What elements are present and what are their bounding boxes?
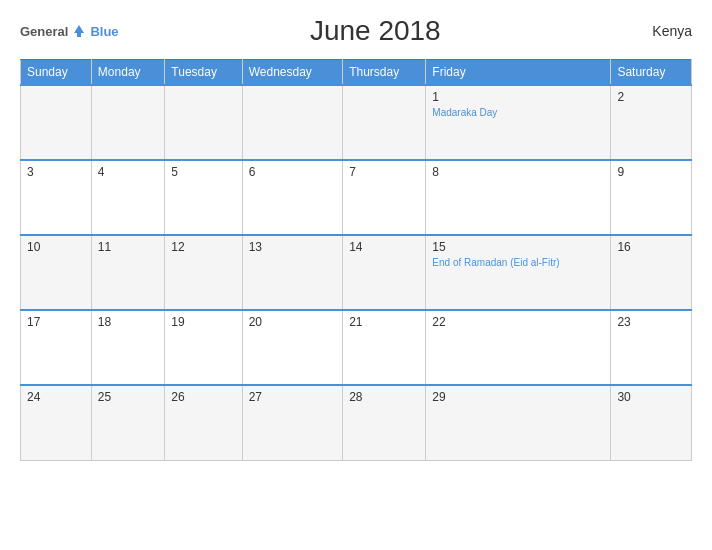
day-number: 28 [349,390,419,404]
calendar-cell: 4 [91,160,165,235]
calendar-cell: 11 [91,235,165,310]
day-number: 6 [249,165,336,179]
svg-rect-1 [77,33,81,37]
day-number: 27 [249,390,336,404]
calendar-cell: 9 [611,160,692,235]
calendar-cell: 2 [611,85,692,160]
day-number: 2 [617,90,685,104]
calendar-cell: 6 [242,160,342,235]
calendar-cell: 16 [611,235,692,310]
calendar-cell [21,85,92,160]
calendar-cell: 5 [165,160,242,235]
day-number: 7 [349,165,419,179]
calendar-week-5: 24252627282930 [21,385,692,460]
day-number: 15 [432,240,604,254]
day-number: 20 [249,315,336,329]
weekday-header-tuesday: Tuesday [165,60,242,86]
day-number: 3 [27,165,85,179]
day-number: 8 [432,165,604,179]
day-number: 9 [617,165,685,179]
weekday-header-saturday: Saturday [611,60,692,86]
page: General Blue June 2018 Kenya SundayMonda… [0,0,712,550]
calendar-cell: 8 [426,160,611,235]
day-number: 30 [617,390,685,404]
calendar-cell: 15End of Ramadan (Eid al-Fitr) [426,235,611,310]
calendar-cell [165,85,242,160]
calendar-cell: 22 [426,310,611,385]
day-number: 29 [432,390,604,404]
day-number: 1 [432,90,604,104]
day-number: 13 [249,240,336,254]
calendar-cell: 7 [343,160,426,235]
day-number: 14 [349,240,419,254]
weekday-header-row: SundayMondayTuesdayWednesdayThursdayFrid… [21,60,692,86]
day-number: 18 [98,315,159,329]
weekday-header-sunday: Sunday [21,60,92,86]
calendar-body: 1Madaraka Day23456789101112131415End of … [21,85,692,460]
day-number: 21 [349,315,419,329]
holiday-label: End of Ramadan (Eid al-Fitr) [432,256,604,269]
calendar-cell [343,85,426,160]
calendar-cell: 24 [21,385,92,460]
svg-marker-0 [74,25,84,33]
calendar-cell: 3 [21,160,92,235]
day-number: 22 [432,315,604,329]
calendar-cell: 27 [242,385,342,460]
calendar-week-4: 17181920212223 [21,310,692,385]
logo-general: General [20,24,68,39]
day-number: 19 [171,315,235,329]
calendar-week-1: 1Madaraka Day2 [21,85,692,160]
calendar-cell [242,85,342,160]
weekday-header-thursday: Thursday [343,60,426,86]
calendar-cell: 21 [343,310,426,385]
calendar-header: SundayMondayTuesdayWednesdayThursdayFrid… [21,60,692,86]
calendar-cell: 12 [165,235,242,310]
holiday-label: Madaraka Day [432,106,604,119]
calendar-cell: 10 [21,235,92,310]
calendar-table: SundayMondayTuesdayWednesdayThursdayFrid… [20,59,692,461]
calendar-cell: 30 [611,385,692,460]
day-number: 4 [98,165,159,179]
calendar-cell: 20 [242,310,342,385]
calendar-cell: 28 [343,385,426,460]
page-title: June 2018 [119,15,632,47]
logo-blue: Blue [90,24,118,39]
calendar-cell: 17 [21,310,92,385]
weekday-header-friday: Friday [426,60,611,86]
day-number: 26 [171,390,235,404]
logo-icon [71,23,87,39]
header: General Blue June 2018 Kenya [20,15,692,47]
day-number: 17 [27,315,85,329]
day-number: 12 [171,240,235,254]
calendar-cell [91,85,165,160]
calendar-cell: 29 [426,385,611,460]
weekday-header-wednesday: Wednesday [242,60,342,86]
calendar-cell: 13 [242,235,342,310]
day-number: 10 [27,240,85,254]
country-label: Kenya [632,23,692,39]
calendar-week-3: 101112131415End of Ramadan (Eid al-Fitr)… [21,235,692,310]
day-number: 5 [171,165,235,179]
day-number: 16 [617,240,685,254]
day-number: 11 [98,240,159,254]
day-number: 25 [98,390,159,404]
weekday-header-monday: Monday [91,60,165,86]
calendar-cell: 14 [343,235,426,310]
calendar-cell: 1Madaraka Day [426,85,611,160]
calendar-cell: 25 [91,385,165,460]
calendar-cell: 19 [165,310,242,385]
calendar-cell: 23 [611,310,692,385]
calendar-cell: 26 [165,385,242,460]
calendar-week-2: 3456789 [21,160,692,235]
calendar-cell: 18 [91,310,165,385]
day-number: 24 [27,390,85,404]
day-number: 23 [617,315,685,329]
logo: General Blue [20,23,119,39]
